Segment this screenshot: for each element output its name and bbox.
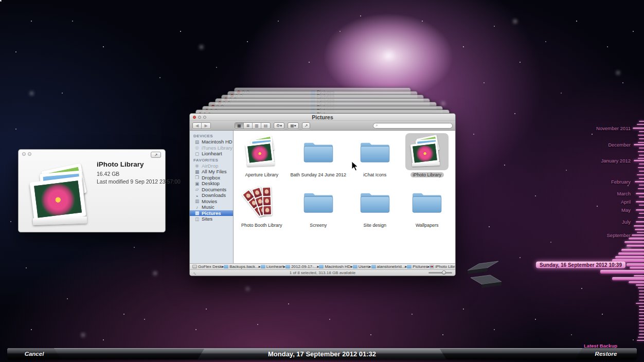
selected-backup-label[interactable]: Sunday, 16 September 2012 10:39 xyxy=(536,262,625,268)
backup-tick[interactable] xyxy=(621,249,644,251)
file-item-screeny[interactable]: Screeny xyxy=(288,182,349,232)
backup-tick[interactable] xyxy=(639,294,644,295)
backup-tick[interactable] xyxy=(612,277,644,280)
backup-tick[interactable] xyxy=(639,321,644,322)
backup-tick[interactable] xyxy=(638,135,644,136)
backup-tick[interactable] xyxy=(639,171,644,172)
timeline-month-label[interactable]: April xyxy=(621,199,631,205)
sidebar-item-lionheart[interactable]: ▢Lionheart xyxy=(190,151,233,157)
file-item-site-design[interactable]: Site design xyxy=(349,182,401,232)
sidebar-item-movies[interactable]: ▥Movies xyxy=(190,198,233,205)
arrange-menu-button[interactable]: ▦▾ xyxy=(288,122,299,129)
backup-tick[interactable] xyxy=(634,160,644,161)
slider-knob[interactable] xyxy=(442,270,446,275)
file-item-bath-sunday-24-june-2012[interactable]: Bath Sunday 24 June 2012 xyxy=(288,132,349,182)
backup-tick[interactable] xyxy=(639,178,644,179)
backup-tick[interactable] xyxy=(637,124,644,125)
backup-tick[interactable] xyxy=(629,238,644,240)
backup-tick[interactable] xyxy=(636,201,644,203)
backup-tick[interactable] xyxy=(638,287,644,288)
backup-tick[interactable] xyxy=(637,232,644,233)
file-item-ichat-icons[interactable]: iChat Icons xyxy=(349,132,401,182)
backup-tick[interactable] xyxy=(638,337,644,338)
backup-tick[interactable] xyxy=(639,309,644,310)
backup-tick[interactable] xyxy=(637,340,644,341)
timeline-month-label[interactable]: March xyxy=(617,191,631,196)
sidebar-item-dropbox[interactable]: ❒Dropbox xyxy=(190,175,233,181)
timeline-month-label[interactable]: July xyxy=(622,219,631,225)
timeline-month-label[interactable]: January 2012 xyxy=(601,158,631,164)
backup-tick[interactable] xyxy=(639,324,644,325)
backup-tick[interactable] xyxy=(638,151,644,152)
backup-tick[interactable] xyxy=(624,241,644,243)
preview-close-button[interactable] xyxy=(22,152,26,156)
backup-tick[interactable] xyxy=(638,188,644,189)
sidebar-item-itunes-library[interactable]: ◎iTunes Library xyxy=(190,145,233,151)
file-item-aperture-library[interactable]: Aperture Library xyxy=(236,132,288,182)
backup-tick[interactable] xyxy=(630,267,644,269)
backup-tick[interactable] xyxy=(639,331,644,332)
backup-tick[interactable] xyxy=(639,291,644,292)
backup-tick[interactable] xyxy=(633,128,644,129)
action-menu-button[interactable]: ⚙▾ xyxy=(274,122,284,129)
list-view-button[interactable]: ≣ xyxy=(244,123,253,129)
backup-tick[interactable] xyxy=(636,284,644,286)
path-item-2012-09-17-[interactable]: 2012-09-17-... xyxy=(285,264,317,269)
backup-tick[interactable] xyxy=(639,196,644,197)
sidebar-item-all-my-files[interactable]: ▦All My Files xyxy=(190,169,233,175)
preview-zoom-button[interactable] xyxy=(28,152,31,156)
timeline-month-label[interactable]: February xyxy=(611,179,631,185)
sidebar-item-macintosh-hd[interactable]: ▤Macintosh HD xyxy=(190,139,233,145)
cancel-button[interactable]: Cancel xyxy=(7,348,61,359)
search-field[interactable]: ⌕ xyxy=(373,123,453,129)
share-button[interactable]: ↗ xyxy=(302,122,311,129)
backup-tick[interactable] xyxy=(636,221,644,223)
backup-tick[interactable] xyxy=(639,300,644,301)
backup-tick[interactable] xyxy=(639,306,644,307)
backup-tick[interactable] xyxy=(639,297,644,298)
backup-tick[interactable] xyxy=(636,193,644,194)
file-item-wallpapers[interactable]: Wallpapers xyxy=(401,182,453,232)
coverflow-view-button[interactable]: ▤ xyxy=(261,123,270,129)
backup-tick[interactable] xyxy=(638,217,644,218)
forward-button[interactable]: ▶ xyxy=(202,123,210,129)
sidebar-item-downloads[interactable]: ◒Downloads xyxy=(190,192,233,198)
backup-tick[interactable] xyxy=(639,334,644,335)
backup-tick[interactable] xyxy=(639,121,644,122)
path-item-iphoto-library[interactable]: iPhoto Library xyxy=(430,264,455,269)
backup-tick[interactable] xyxy=(629,281,644,283)
backup-tick[interactable] xyxy=(634,144,644,146)
path-item-users[interactable]: Users xyxy=(353,264,369,269)
backup-tick[interactable] xyxy=(634,275,644,277)
sidebar-item-sites[interactable]: ◫Sites xyxy=(190,216,233,222)
preview-share-button[interactable]: ↗ xyxy=(151,152,161,158)
backup-tick[interactable] xyxy=(639,318,644,319)
timeline-nav-arrows[interactable] xyxy=(460,260,509,291)
backup-tick[interactable] xyxy=(639,148,644,149)
sidebar-item-music[interactable]: ♪Music xyxy=(190,204,233,210)
backup-tick[interactable] xyxy=(634,225,644,227)
path-item-alanstonebrid-[interactable]: alanstonebrid... xyxy=(371,264,405,269)
backup-tick[interactable] xyxy=(639,315,644,316)
timeline-month-label[interactable]: December xyxy=(608,142,631,148)
backup-tick[interactable] xyxy=(638,167,644,168)
backup-tick[interactable] xyxy=(637,174,644,175)
timeline-month-label[interactable]: September xyxy=(607,232,631,238)
backup-tick[interactable] xyxy=(627,263,644,266)
sidebar-item-documents[interactable]: ▱Documents xyxy=(190,187,233,193)
backup-tick[interactable] xyxy=(636,303,644,304)
backup-tick[interactable] xyxy=(627,245,644,247)
backup-tick[interactable] xyxy=(639,213,644,214)
file-item-iphoto-library[interactable]: iPhoto Library xyxy=(401,132,453,182)
sidebar-item-pictures[interactable]: ▧Pictures xyxy=(190,210,233,216)
path-item-backups-back-[interactable]: Backups.back... xyxy=(224,264,258,269)
file-item-photo-booth-library[interactable]: Photo Booth Library xyxy=(236,182,288,232)
backup-tick[interactable] xyxy=(615,256,644,259)
path-item-pictures[interactable]: Pictures xyxy=(407,264,427,269)
path-item-lionheart[interactable]: Lionheart xyxy=(261,264,283,269)
timeline-month-label[interactable]: May xyxy=(621,207,631,213)
search-input[interactable] xyxy=(379,123,450,128)
backup-tick[interactable] xyxy=(636,209,644,211)
icon-view-button[interactable]: ▦ xyxy=(235,123,244,129)
backup-tick[interactable] xyxy=(638,142,644,143)
